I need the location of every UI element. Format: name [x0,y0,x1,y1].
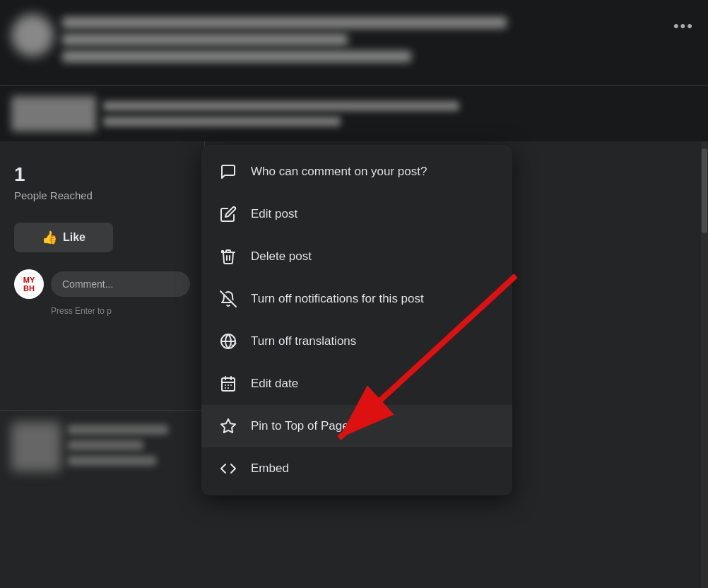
menu-item-edit-post[interactable]: Edit post [201,193,512,235]
post-subheader [0,85,708,141]
people-reached-count: 1 [14,163,190,187]
who-can-comment-label: Who can comment on your post? [251,165,427,179]
menu-item-who-can-comment[interactable]: Who can comment on your post? [201,151,512,193]
blurred-avatar [11,14,54,57]
blurred-post-line-1 [68,425,168,435]
menu-item-pin-to-top[interactable]: Pin to Top of Page [201,405,512,447]
svg-rect-1 [222,251,223,252]
blurred-line-2 [62,34,348,45]
scrollbar-thumb[interactable] [702,148,707,233]
svg-line-2 [220,291,236,307]
turn-off-translations-label: Turn off translations [251,334,356,348]
people-reached-label: People Reached [14,189,190,201]
blurred-post-item [0,410,205,588]
comment-area: MY BH Comment... [14,269,190,299]
blurred-text-block [62,14,697,62]
comment-icon [216,159,241,184]
menu-item-embed[interactable]: Embed [201,447,512,490]
menu-item-turn-off-notifications[interactable]: Turn off notifications for this post [201,278,512,320]
edit-icon [216,201,241,227]
blurred-post-line-3 [68,456,156,466]
code-icon [216,456,241,481]
pin-to-top-label: Pin to Top of Page [251,419,349,433]
globe-edit-icon [216,329,241,354]
edit-post-label: Edit post [251,207,297,221]
menu-item-turn-off-translations[interactable]: Turn off translations [201,320,512,363]
scrollbar-track [701,141,708,588]
post-options-menu: Who can comment on your post? Edit post … [201,145,512,495]
avatar: MY BH [14,269,44,299]
pin-icon [216,413,241,439]
blurred-line-3 [62,51,411,62]
blurred-post-thumbnail [11,422,61,471]
edit-date-label: Edit date [251,377,298,391]
thumbs-up-icon: 👍 [42,230,57,245]
turn-off-notifications-label: Turn off notifications for this post [251,292,424,306]
like-button-label: Like [63,231,85,244]
blurred-text-sub-2 [103,117,341,127]
calendar-icon [216,371,241,396]
like-button[interactable]: 👍 Like [14,223,113,252]
blurred-post-line-2 [68,440,143,450]
more-options-dots[interactable]: ••• [673,17,694,35]
press-enter-hint: Press Enter to p [51,306,190,316]
menu-item-delete-post[interactable]: Delete post [201,235,512,278]
blurred-line-1 [62,17,507,28]
delete-post-label: Delete post [251,249,312,264]
comment-input[interactable]: Comment... [51,271,190,297]
bell-off-icon [216,286,241,312]
trash-icon [216,244,241,269]
blurred-thumbnail [11,96,96,131]
blurred-text-sub-1 [103,101,459,111]
embed-label: Embed [251,461,289,476]
menu-item-edit-date[interactable]: Edit date [201,363,512,405]
